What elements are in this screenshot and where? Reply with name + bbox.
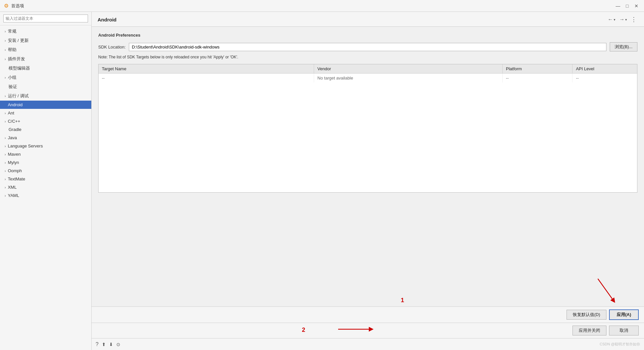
content-area: Android ← ▾ → ▾ ⋮ Android Preferences SD… <box>92 12 644 350</box>
sidebar-item-mylyn[interactable]: › Mylyn <box>0 158 91 167</box>
forward-dropdown-icon: ▾ <box>625 18 627 21</box>
sidebar-item-cpp[interactable]: › C/C++ <box>0 117 91 125</box>
sidebar-item-language-servers[interactable]: › Language Servers <box>0 142 91 150</box>
sidebar: › 常规 › 安装 / 更新 › 帮助 › 插件开发 模型编辑器 › 小组 <box>0 12 92 350</box>
chevron-icon: › <box>5 194 6 198</box>
sidebar-item-label: Oomph <box>8 168 22 173</box>
chevron-icon: › <box>5 76 6 80</box>
status-circle-icon[interactable]: ⊙ <box>116 342 120 347</box>
sidebar-item-label: YAML <box>8 193 19 198</box>
sidebar-item-label: 模型编辑器 <box>9 65 30 71</box>
sidebar-item-label: C/C++ <box>8 119 20 124</box>
content-menu-button[interactable]: ⋮ <box>629 15 638 24</box>
help-icon[interactable]: ? <box>96 341 99 347</box>
sdk-location-label: SDK Location: <box>98 45 126 49</box>
sidebar-item-xml[interactable]: › XML <box>0 183 91 191</box>
sdk-location-row: SDK Location: 浏览(B)... <box>98 42 637 51</box>
cell-vendor: No target available <box>314 74 503 83</box>
chevron-icon: › <box>5 94 6 98</box>
cancel-button[interactable]: 取消 <box>609 326 639 335</box>
filter-input[interactable] <box>3 15 88 22</box>
sidebar-item-常规[interactable]: › 常规 <box>0 27 91 36</box>
sidebar-item-ant[interactable]: › Ant <box>0 109 91 117</box>
table-row: -- No target available -- -- <box>99 74 637 83</box>
sidebar-item-android[interactable]: › Android <box>0 101 91 109</box>
chevron-icon: › <box>5 48 6 52</box>
annotation-2: 2 <box>302 327 305 334</box>
annotation-1: 1 <box>401 297 404 304</box>
sidebar-item-label: Language Servers <box>8 143 43 148</box>
sidebar-item-label: Java <box>8 135 17 140</box>
cell-platform: -- <box>502 74 572 83</box>
forward-button[interactable]: → ▾ <box>618 16 628 23</box>
maximize-button[interactable]: □ <box>624 2 631 10</box>
content-body: Android Preferences SDK Location: 浏览(B).… <box>92 27 644 306</box>
col-target-name: Target Name <box>99 64 314 74</box>
nav-arrows: ← ▾ → ▾ ⋮ <box>606 15 638 24</box>
sdk-table-wrap: Target Name Vendor Platform API Level --… <box>98 64 637 193</box>
sidebar-item-label: Android <box>8 102 23 107</box>
sidebar-item-yaml[interactable]: › YAML <box>0 191 91 200</box>
minimize-button[interactable]: — <box>614 2 622 10</box>
titlebar: ⚙ 首选项 — □ ✕ <box>0 0 644 12</box>
sidebar-item-oomph[interactable]: › Oomph <box>0 167 91 175</box>
sidebar-item-label: 帮助 <box>8 47 16 53</box>
sidebar-item-label: Ant <box>8 111 15 115</box>
sidebar-item-安装更新[interactable]: › 安装 / 更新 <box>0 36 91 45</box>
apply-button[interactable]: 应用(A) <box>609 309 639 320</box>
chevron-icon: › <box>5 136 6 140</box>
chevron-icon: › <box>5 119 6 123</box>
window-title: 首选项 <box>11 3 24 9</box>
table-header-row: Target Name Vendor Platform API Level <box>99 64 637 74</box>
watermark: CSDN @聪明才智亦如你 <box>600 342 640 347</box>
sidebar-item-插件开发[interactable]: › 插件开发 <box>0 54 91 64</box>
restore-defaults-button[interactable]: 恢复默认值(D) <box>567 310 606 320</box>
sdk-note: Note: The list of SDK Targets below is o… <box>98 55 637 59</box>
sidebar-item-label: Maven <box>8 152 21 157</box>
titlebar-controls: — □ ✕ <box>614 2 640 10</box>
close-button[interactable]: ✕ <box>633 2 640 10</box>
export-icon[interactable]: ⬆ <box>102 342 106 347</box>
sidebar-item-小组[interactable]: › 小组 <box>0 73 91 82</box>
sidebar-nav: › 常规 › 安装 / 更新 › 帮助 › 插件开发 模型编辑器 › 小组 <box>0 25 91 350</box>
forward-icon: → <box>619 16 625 22</box>
titlebar-left: ⚙ 首选项 <box>4 3 24 9</box>
chevron-icon: › <box>5 169 6 173</box>
statusbar: ? ⬆ ⬇ ⊙ CSDN @聪明才智亦如你 <box>92 338 644 350</box>
sidebar-item-label: XML <box>8 185 17 190</box>
filter-input-wrap <box>0 12 91 25</box>
sidebar-item-验证[interactable]: 验证 <box>0 82 91 91</box>
back-button[interactable]: ← ▾ <box>606 16 617 23</box>
col-api-level: API Level <box>572 64 637 74</box>
chevron-icon: › <box>5 185 6 189</box>
sidebar-item-java[interactable]: › Java <box>0 134 91 142</box>
browse-button[interactable]: 浏览(B)... <box>610 42 637 51</box>
sidebar-item-label: TextMate <box>8 176 25 181</box>
chevron-icon: › <box>5 57 6 61</box>
col-vendor: Vendor <box>314 64 503 74</box>
back-icon: ← <box>608 16 613 22</box>
import-icon[interactable]: ⬇ <box>109 342 113 347</box>
sidebar-item-label: Gradle <box>9 127 21 132</box>
main-container: › 常规 › 安装 / 更新 › 帮助 › 插件开发 模型编辑器 › 小组 <box>0 12 644 350</box>
section-title: Android Preferences <box>98 33 637 38</box>
chevron-icon: › <box>5 111 6 115</box>
sidebar-item-maven[interactable]: › Maven <box>0 150 91 158</box>
back-dropdown-icon: ▾ <box>614 18 615 21</box>
sidebar-item-label: 常规 <box>8 28 16 34</box>
sidebar-item-模型编辑器[interactable]: 模型编辑器 <box>0 64 91 73</box>
chevron-icon: › <box>5 39 6 43</box>
sidebar-item-gradle[interactable]: Gradle <box>0 125 91 134</box>
sdk-location-input[interactable] <box>129 43 606 51</box>
sidebar-item-textmate[interactable]: › TextMate <box>0 175 91 183</box>
apply-close-button[interactable]: 应用并关闭 <box>572 326 606 335</box>
sidebar-item-label: 运行 / 调试 <box>8 93 29 99</box>
sidebar-item-运行调试[interactable]: › 运行 / 调试 <box>0 91 91 101</box>
cell-api-level: -- <box>572 74 637 83</box>
red-arrow-2 <box>335 321 374 337</box>
sidebar-item-帮助[interactable]: › 帮助 <box>0 45 91 54</box>
footer-row1: 1 恢复默认值(D) 应用(A) <box>92 307 644 323</box>
sdk-table-area: Target Name Vendor Platform API Level --… <box>98 64 637 193</box>
chevron-icon: › <box>5 29 6 33</box>
sdk-table: Target Name Vendor Platform API Level --… <box>99 64 637 82</box>
